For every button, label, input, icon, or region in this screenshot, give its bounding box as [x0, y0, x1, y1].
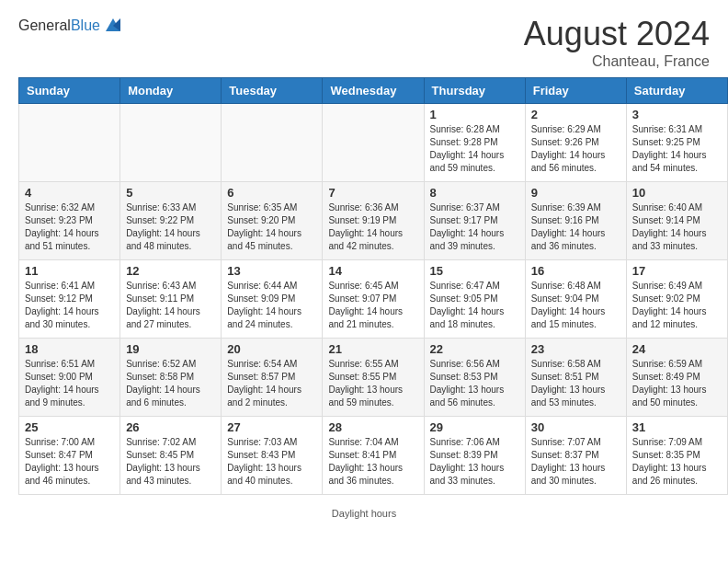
calendar-week-row: 4Sunrise: 6:32 AM Sunset: 9:23 PM Daylig… [19, 182, 728, 260]
day-number: 27 [227, 420, 316, 434]
calendar-day-cell: 10Sunrise: 6:40 AM Sunset: 9:14 PM Dayli… [626, 182, 727, 260]
calendar-day-header: Thursday [424, 78, 525, 104]
calendar-day-cell: 20Sunrise: 6:54 AM Sunset: 8:57 PM Dayli… [222, 339, 323, 417]
calendar-day-cell: 29Sunrise: 7:06 AM Sunset: 8:39 PM Dayli… [424, 417, 525, 495]
calendar-day-header: Friday [525, 78, 626, 104]
day-number: 18 [25, 342, 114, 356]
day-info: Sunrise: 7:04 AM Sunset: 8:41 PM Dayligh… [328, 436, 417, 488]
calendar-day-cell: 31Sunrise: 7:09 AM Sunset: 8:35 PM Dayli… [626, 417, 727, 495]
day-number: 16 [531, 264, 620, 278]
calendar-wrapper: SundayMondayTuesdayWednesdayThursdayFrid… [0, 77, 728, 504]
day-number: 28 [328, 420, 417, 434]
day-number: 7 [328, 186, 417, 200]
day-info: Sunrise: 6:59 AM Sunset: 8:49 PM Dayligh… [632, 358, 722, 409]
day-number: 15 [430, 264, 519, 278]
logo-icon [102, 15, 124, 37]
day-number: 30 [531, 420, 620, 434]
calendar-day-cell: 9Sunrise: 6:39 AM Sunset: 9:16 PM Daylig… [525, 182, 626, 260]
calendar-week-row: 18Sunrise: 6:51 AM Sunset: 9:00 PM Dayli… [19, 339, 728, 417]
day-info: Sunrise: 6:33 AM Sunset: 9:22 PM Dayligh… [126, 201, 215, 253]
calendar-week-row: 1Sunrise: 6:28 AM Sunset: 9:28 PM Daylig… [19, 104, 728, 182]
day-number: 29 [430, 420, 519, 434]
page-header: GeneralBlue August 2024 Chanteau, France [0, 0, 728, 77]
calendar-day-cell: 25Sunrise: 7:00 AM Sunset: 8:47 PM Dayli… [19, 417, 120, 495]
day-info: Sunrise: 6:40 AM Sunset: 9:14 PM Dayligh… [632, 201, 722, 253]
day-info: Sunrise: 6:37 AM Sunset: 9:17 PM Dayligh… [430, 201, 519, 253]
day-info: Sunrise: 7:00 AM Sunset: 8:47 PM Dayligh… [25, 436, 114, 488]
daylight-label: Daylight hours [332, 508, 396, 519]
day-info: Sunrise: 6:43 AM Sunset: 9:11 PM Dayligh… [126, 280, 215, 331]
calendar-day-cell: 16Sunrise: 6:48 AM Sunset: 9:04 PM Dayli… [525, 260, 626, 339]
day-number: 25 [25, 420, 114, 434]
day-number: 17 [632, 264, 722, 278]
calendar-day-cell: 30Sunrise: 7:07 AM Sunset: 8:37 PM Dayli… [525, 417, 626, 495]
calendar-day-cell [323, 104, 424, 182]
calendar-day-header: Saturday [626, 78, 727, 104]
logo: GeneralBlue [18, 15, 124, 37]
logo-blue-text: Blue [71, 17, 100, 33]
day-info: Sunrise: 7:03 AM Sunset: 8:43 PM Dayligh… [227, 436, 316, 488]
day-number: 24 [632, 342, 722, 356]
day-number: 9 [531, 186, 620, 200]
calendar-header-row: SundayMondayTuesdayWednesdayThursdayFrid… [19, 78, 728, 104]
day-number: 2 [531, 108, 620, 121]
calendar-day-cell: 11Sunrise: 6:41 AM Sunset: 9:12 PM Dayli… [19, 260, 120, 339]
calendar-week-row: 11Sunrise: 6:41 AM Sunset: 9:12 PM Dayli… [19, 260, 728, 339]
day-info: Sunrise: 6:56 AM Sunset: 8:53 PM Dayligh… [430, 358, 519, 409]
calendar-day-cell: 12Sunrise: 6:43 AM Sunset: 9:11 PM Dayli… [120, 260, 222, 339]
calendar-day-cell: 18Sunrise: 6:51 AM Sunset: 9:00 PM Dayli… [19, 339, 120, 417]
calendar-day-cell: 15Sunrise: 6:47 AM Sunset: 9:05 PM Dayli… [424, 260, 525, 339]
calendar-day-cell: 1Sunrise: 6:28 AM Sunset: 9:28 PM Daylig… [424, 104, 525, 182]
calendar-day-cell: 7Sunrise: 6:36 AM Sunset: 9:19 PM Daylig… [323, 182, 424, 260]
calendar-day-cell: 26Sunrise: 7:02 AM Sunset: 8:45 PM Dayli… [120, 417, 222, 495]
calendar-day-header: Monday [120, 78, 222, 104]
calendar-day-cell: 14Sunrise: 6:45 AM Sunset: 9:07 PM Dayli… [323, 260, 424, 339]
calendar-day-cell: 24Sunrise: 6:59 AM Sunset: 8:49 PM Dayli… [626, 339, 727, 417]
day-info: Sunrise: 6:35 AM Sunset: 9:20 PM Dayligh… [227, 201, 316, 253]
day-info: Sunrise: 6:31 AM Sunset: 9:25 PM Dayligh… [632, 123, 722, 175]
day-number: 3 [632, 108, 722, 121]
day-info: Sunrise: 6:54 AM Sunset: 8:57 PM Dayligh… [227, 358, 316, 409]
day-info: Sunrise: 6:41 AM Sunset: 9:12 PM Dayligh… [25, 280, 114, 331]
day-number: 8 [430, 186, 519, 200]
calendar-day-cell: 5Sunrise: 6:33 AM Sunset: 9:22 PM Daylig… [120, 182, 222, 260]
day-info: Sunrise: 6:44 AM Sunset: 9:09 PM Dayligh… [227, 280, 316, 331]
logo-general-text: General [18, 17, 71, 33]
calendar-day-cell: 4Sunrise: 6:32 AM Sunset: 9:23 PM Daylig… [19, 182, 120, 260]
day-number: 22 [430, 342, 519, 356]
day-number: 10 [632, 186, 722, 200]
calendar-table: SundayMondayTuesdayWednesdayThursdayFrid… [18, 77, 728, 495]
calendar-day-cell: 23Sunrise: 6:58 AM Sunset: 8:51 PM Dayli… [525, 339, 626, 417]
calendar-day-cell: 19Sunrise: 6:52 AM Sunset: 8:58 PM Dayli… [120, 339, 222, 417]
location-subtitle: Chanteau, France [524, 53, 710, 70]
day-info: Sunrise: 6:36 AM Sunset: 9:19 PM Dayligh… [328, 201, 417, 253]
day-info: Sunrise: 7:07 AM Sunset: 8:37 PM Dayligh… [531, 436, 620, 488]
calendar-day-cell: 21Sunrise: 6:55 AM Sunset: 8:55 PM Dayli… [323, 339, 424, 417]
day-info: Sunrise: 6:52 AM Sunset: 8:58 PM Dayligh… [126, 358, 215, 409]
calendar-day-cell [222, 104, 323, 182]
day-info: Sunrise: 6:55 AM Sunset: 8:55 PM Dayligh… [328, 358, 417, 409]
calendar-day-header: Sunday [19, 78, 120, 104]
day-number: 21 [328, 342, 417, 356]
day-number: 12 [126, 264, 215, 278]
calendar-day-cell: 8Sunrise: 6:37 AM Sunset: 9:17 PM Daylig… [424, 182, 525, 260]
day-info: Sunrise: 7:09 AM Sunset: 8:35 PM Dayligh… [632, 436, 722, 488]
title-block: August 2024 Chanteau, France [524, 15, 710, 70]
calendar-day-cell: 13Sunrise: 6:44 AM Sunset: 9:09 PM Dayli… [222, 260, 323, 339]
day-info: Sunrise: 6:51 AM Sunset: 9:00 PM Dayligh… [25, 358, 114, 409]
day-number: 5 [126, 186, 215, 200]
day-number: 26 [126, 420, 215, 434]
day-info: Sunrise: 6:28 AM Sunset: 9:28 PM Dayligh… [430, 123, 519, 175]
day-number: 23 [531, 342, 620, 356]
day-info: Sunrise: 6:39 AM Sunset: 9:16 PM Dayligh… [531, 201, 620, 253]
day-number: 19 [126, 342, 215, 356]
day-info: Sunrise: 6:45 AM Sunset: 9:07 PM Dayligh… [328, 280, 417, 331]
day-number: 4 [25, 186, 114, 200]
day-info: Sunrise: 6:29 AM Sunset: 9:26 PM Dayligh… [531, 123, 620, 175]
footer-note: Daylight hours [0, 504, 728, 523]
day-info: Sunrise: 6:47 AM Sunset: 9:05 PM Dayligh… [430, 280, 519, 331]
calendar-day-cell [19, 104, 120, 182]
day-info: Sunrise: 6:49 AM Sunset: 9:02 PM Dayligh… [632, 280, 722, 331]
day-number: 1 [430, 108, 519, 121]
calendar-day-cell: 6Sunrise: 6:35 AM Sunset: 9:20 PM Daylig… [222, 182, 323, 260]
